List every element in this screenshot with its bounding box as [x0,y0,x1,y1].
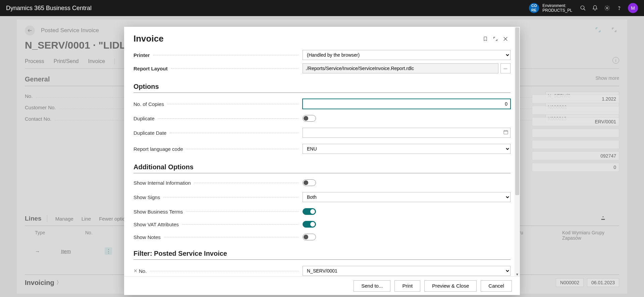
signs-label: Show Signs [133,194,160,200]
section-filter: Filter: Posted Service Invoice [133,250,511,260]
dupdate-label: Duplicate Date [133,130,166,136]
copies-label: No. of Copies [133,101,164,107]
layout-field [303,63,498,73]
preview-button[interactable]: Preview & Close [424,280,477,292]
cancel-button[interactable]: Cancel [481,280,512,292]
svg-point-3 [619,9,619,10]
environment-badge[interactable]: CORE Environment: PRODUCTS_PL [529,3,572,13]
terms-label: Show Business Terms [133,209,183,215]
shrink-icon[interactable] [490,34,500,44]
notes-toggle[interactable] [303,234,316,240]
section-additional: Additional Options [133,163,511,173]
avatar[interactable]: M [628,3,638,13]
internal-toggle[interactable] [303,179,316,186]
core-icon: CORE [529,3,539,13]
layout-label: Report Layout [133,66,168,71]
bookmark-icon[interactable] [480,34,490,44]
vat-toggle[interactable] [303,221,316,228]
notes-label: Show Notes [133,234,161,240]
section-options: Options [133,83,511,93]
signs-select[interactable]: Both [303,192,511,202]
gear-icon[interactable] [601,2,613,14]
dupdate-input[interactable] [303,128,511,138]
send-button[interactable]: Send to... [354,280,390,292]
search-icon[interactable] [577,2,589,14]
svg-line-1 [584,9,585,10]
help-icon[interactable] [613,2,625,14]
dialog-scrollbar[interactable]: ▼ [515,27,520,277]
duplicate-toggle[interactable] [303,115,316,122]
env-label: Environment: [542,3,572,8]
avatar-initial: M [631,5,635,11]
dialog-title: Invoice [133,34,164,44]
env-name: PRODUCTS_PL [542,8,572,13]
duplicate-label: Duplicate [133,116,155,121]
print-button[interactable]: Print [394,280,420,292]
bell-icon[interactable] [589,2,601,14]
invoice-dialog: Invoice Printer (Handled by the browser)… [124,27,520,295]
vat-label: Show VAT Attributes [133,222,179,227]
lang-select[interactable]: ENU [303,144,511,154]
printer-select[interactable]: (Handled by the browser) [303,50,511,60]
dialog-footer: Send to... Print Preview & Close Cancel [124,276,520,295]
filter-no-select[interactable]: N_SERV/0001 [303,266,511,276]
copies-input[interactable] [303,99,511,109]
close-icon[interactable] [500,34,511,44]
layout-lookup-button[interactable]: ··· [500,63,511,73]
lang-label: Report language code [133,146,183,152]
printer-label: Printer [133,52,150,58]
svg-point-0 [581,6,584,9]
filter-remove-icon[interactable]: ✕ [133,268,138,274]
app-title: Dynamics 365 Business Central [6,5,92,12]
app-titlebar: Dynamics 365 Business Central CORE Envir… [0,0,644,16]
internal-label: Show Internal Information [133,180,191,186]
svg-point-2 [606,7,608,9]
filter-no-label: No. [139,268,147,274]
terms-toggle[interactable] [303,208,316,215]
